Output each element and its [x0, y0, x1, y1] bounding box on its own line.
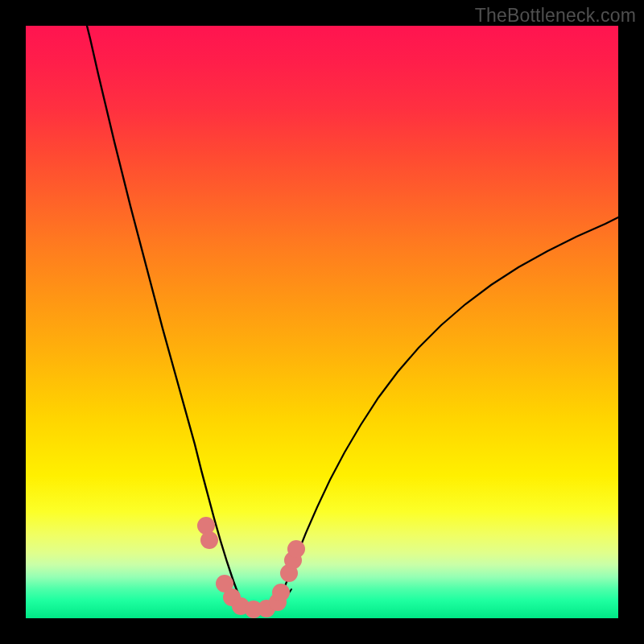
curve-left	[87, 26, 238, 594]
curve-group	[87, 26, 618, 611]
plot-area	[26, 26, 618, 618]
marker-group	[197, 517, 305, 618]
marker-point	[287, 540, 305, 558]
chart-svg	[26, 26, 618, 618]
curve-right	[282, 217, 618, 594]
marker-point	[200, 531, 218, 549]
watermark-text: TheBottleneck.com	[475, 5, 636, 27]
marker-point	[272, 584, 290, 601]
chart-frame: TheBottleneck.com	[0, 0, 644, 644]
